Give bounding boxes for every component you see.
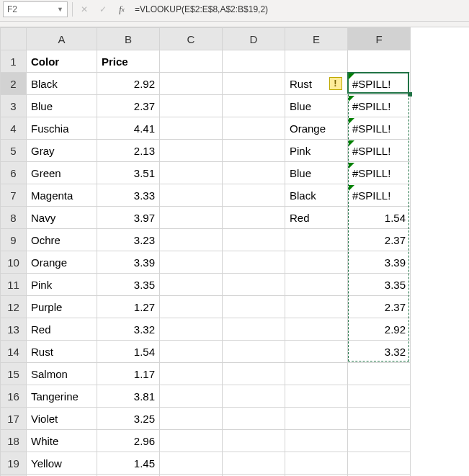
cell-A9[interactable]: Ochre [27, 229, 97, 251]
cell-F11[interactable]: 3.35 [348, 274, 411, 296]
cell-C9[interactable] [160, 229, 223, 251]
cell-B6[interactable]: 3.51 [97, 162, 160, 184]
cell-B4[interactable]: 4.41 [97, 117, 160, 140]
cell-F7[interactable]: #SPILL! [348, 184, 411, 207]
row-header-13[interactable]: 13 [1, 318, 27, 341]
formula-input[interactable] [133, 1, 466, 17]
cell-E15[interactable] [285, 363, 348, 385]
cell-A4[interactable]: Fuschia [27, 117, 97, 140]
cell-C6[interactable] [160, 162, 223, 184]
cell-E16[interactable] [285, 385, 348, 408]
row-header-1[interactable]: 1 [1, 50, 27, 73]
cell-E10[interactable] [285, 251, 348, 274]
cell-B17[interactable]: 3.25 [97, 408, 160, 430]
cell-E9[interactable] [285, 229, 348, 251]
cell-E11[interactable] [285, 274, 348, 296]
cell-F5[interactable]: #SPILL! [348, 140, 411, 162]
cell-F10[interactable]: 3.39 [348, 251, 411, 274]
row-header-6[interactable]: 6 [1, 162, 27, 184]
name-box[interactable]: F2 ▼ [3, 1, 68, 17]
cell-F15[interactable] [348, 363, 411, 385]
row-header-12[interactable]: 12 [1, 296, 27, 318]
cell-B18[interactable]: 2.96 [97, 430, 160, 452]
cell-B16[interactable]: 3.81 [97, 385, 160, 408]
cell-D18[interactable] [223, 430, 285, 452]
cell-E1[interactable] [285, 50, 348, 73]
accept-formula-icon[interactable]: ✓ [96, 2, 110, 17]
cell-B1[interactable]: Price [97, 50, 160, 73]
cell-E4[interactable]: Orange [285, 117, 348, 140]
row-header-3[interactable]: 3 [1, 95, 27, 117]
cell-A7[interactable]: Magenta [27, 184, 97, 207]
cell-A12[interactable]: Purple [27, 296, 97, 318]
row-header-19[interactable]: 19 [1, 452, 27, 475]
select-all-corner[interactable] [1, 28, 27, 50]
col-header-B[interactable]: B [97, 28, 160, 50]
cell-F18[interactable] [348, 430, 411, 452]
cell-A1[interactable]: Color [27, 50, 97, 73]
col-header-A[interactable]: A [27, 28, 97, 50]
cell-D13[interactable] [223, 318, 285, 341]
cell-C12[interactable] [160, 296, 223, 318]
cell-D3[interactable] [223, 95, 285, 117]
cell-D14[interactable] [223, 341, 285, 363]
worksheet-grid[interactable]: A B C D E F 1ColorPrice2Black2.92Rust#SP… [0, 27, 469, 476]
cell-A19[interactable]: Yellow [27, 452, 97, 475]
cell-C14[interactable] [160, 341, 223, 363]
cell-E14[interactable] [285, 341, 348, 363]
cell-B15[interactable]: 1.17 [97, 363, 160, 385]
cell-A11[interactable]: Pink [27, 274, 97, 296]
cell-F12[interactable]: 2.37 [348, 296, 411, 318]
row-header-16[interactable]: 16 [1, 385, 27, 408]
cell-E6[interactable]: Blue [285, 162, 348, 184]
cell-D11[interactable] [223, 274, 285, 296]
cell-E5[interactable]: Pink [285, 140, 348, 162]
cell-A6[interactable]: Green [27, 162, 97, 184]
cell-D6[interactable] [223, 162, 285, 184]
cell-C2[interactable] [160, 73, 223, 95]
cell-C17[interactable] [160, 408, 223, 430]
cell-D7[interactable] [223, 184, 285, 207]
cell-E17[interactable] [285, 408, 348, 430]
cell-E18[interactable] [285, 430, 348, 452]
cell-E19[interactable] [285, 452, 348, 475]
cell-E8[interactable]: Red [285, 207, 348, 229]
cell-E2[interactable]: Rust [285, 73, 348, 95]
cell-B13[interactable]: 3.32 [97, 318, 160, 341]
cell-A14[interactable]: Rust [27, 341, 97, 363]
cell-D8[interactable] [223, 207, 285, 229]
row-header-5[interactable]: 5 [1, 140, 27, 162]
cell-C5[interactable] [160, 140, 223, 162]
cell-C7[interactable] [160, 184, 223, 207]
cell-B10[interactable]: 3.39 [97, 251, 160, 274]
row-header-7[interactable]: 7 [1, 184, 27, 207]
cell-C4[interactable] [160, 117, 223, 140]
cell-F2[interactable]: #SPILL! [348, 73, 411, 95]
cell-E13[interactable] [285, 318, 348, 341]
cell-D2[interactable] [223, 73, 285, 95]
cell-F13[interactable]: 2.92 [348, 318, 411, 341]
cell-C15[interactable] [160, 363, 223, 385]
cell-B19[interactable]: 1.45 [97, 452, 160, 475]
row-header-4[interactable]: 4 [1, 117, 27, 140]
cell-D15[interactable] [223, 363, 285, 385]
cell-A8[interactable]: Navy [27, 207, 97, 229]
cell-B2[interactable]: 2.92 [97, 73, 160, 95]
cell-C8[interactable] [160, 207, 223, 229]
cell-D9[interactable] [223, 229, 285, 251]
row-header-15[interactable]: 15 [1, 363, 27, 385]
cell-E3[interactable]: Blue [285, 95, 348, 117]
cell-F19[interactable] [348, 452, 411, 475]
row-header-10[interactable]: 10 [1, 251, 27, 274]
cell-C10[interactable] [160, 251, 223, 274]
cell-C19[interactable] [160, 452, 223, 475]
cell-D1[interactable] [223, 50, 285, 73]
cell-B8[interactable]: 3.97 [97, 207, 160, 229]
col-header-D[interactable]: D [223, 28, 285, 50]
cell-C1[interactable] [160, 50, 223, 73]
cell-F14[interactable]: 3.32 [348, 341, 411, 363]
cell-E12[interactable] [285, 296, 348, 318]
cell-B11[interactable]: 3.35 [97, 274, 160, 296]
row-header-18[interactable]: 18 [1, 430, 27, 452]
row-header-11[interactable]: 11 [1, 274, 27, 296]
